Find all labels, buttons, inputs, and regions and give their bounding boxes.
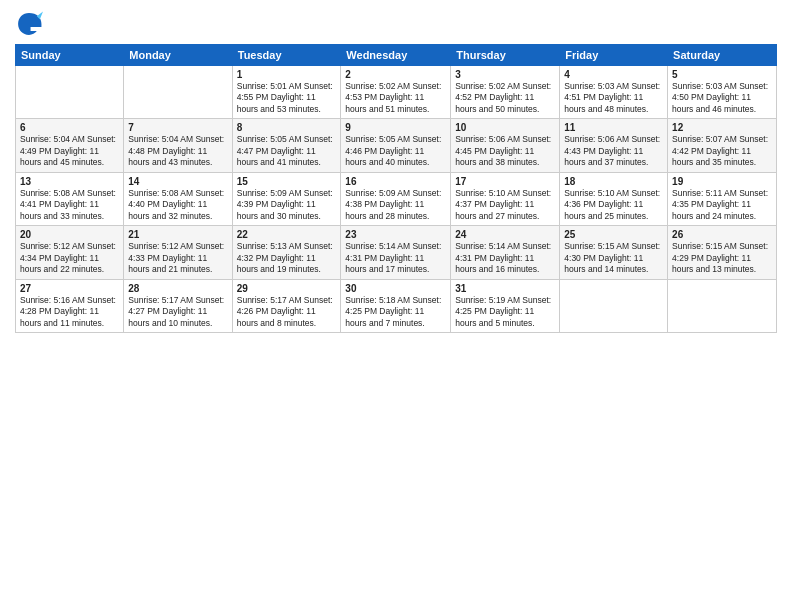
day-info: Sunrise: 5:05 AM Sunset: 4:46 PM Dayligh… — [345, 134, 446, 168]
day-info: Sunrise: 5:10 AM Sunset: 4:37 PM Dayligh… — [455, 188, 555, 222]
calendar-cell: 16Sunrise: 5:09 AM Sunset: 4:38 PM Dayli… — [341, 172, 451, 225]
day-number: 4 — [564, 69, 663, 80]
day-header-wednesday: Wednesday — [341, 45, 451, 66]
calendar-cell: 23Sunrise: 5:14 AM Sunset: 4:31 PM Dayli… — [341, 226, 451, 279]
day-info: Sunrise: 5:05 AM Sunset: 4:47 PM Dayligh… — [237, 134, 337, 168]
day-number: 7 — [128, 122, 227, 133]
day-number: 2 — [345, 69, 446, 80]
calendar-cell: 4Sunrise: 5:03 AM Sunset: 4:51 PM Daylig… — [560, 66, 668, 119]
day-info: Sunrise: 5:09 AM Sunset: 4:39 PM Dayligh… — [237, 188, 337, 222]
day-number: 13 — [20, 176, 119, 187]
day-number: 17 — [455, 176, 555, 187]
calendar-header: SundayMondayTuesdayWednesdayThursdayFrid… — [16, 45, 777, 66]
day-header-tuesday: Tuesday — [232, 45, 341, 66]
calendar-cell: 26Sunrise: 5:15 AM Sunset: 4:29 PM Dayli… — [668, 226, 777, 279]
day-info: Sunrise: 5:18 AM Sunset: 4:25 PM Dayligh… — [345, 295, 446, 329]
day-info: Sunrise: 5:10 AM Sunset: 4:36 PM Dayligh… — [564, 188, 663, 222]
calendar-cell: 30Sunrise: 5:18 AM Sunset: 4:25 PM Dayli… — [341, 279, 451, 332]
calendar-cell: 9Sunrise: 5:05 AM Sunset: 4:46 PM Daylig… — [341, 119, 451, 172]
calendar-cell: 13Sunrise: 5:08 AM Sunset: 4:41 PM Dayli… — [16, 172, 124, 225]
day-info: Sunrise: 5:13 AM Sunset: 4:32 PM Dayligh… — [237, 241, 337, 275]
day-number: 23 — [345, 229, 446, 240]
day-info: Sunrise: 5:04 AM Sunset: 4:48 PM Dayligh… — [128, 134, 227, 168]
day-number: 3 — [455, 69, 555, 80]
day-number: 8 — [237, 122, 337, 133]
day-info: Sunrise: 5:09 AM Sunset: 4:38 PM Dayligh… — [345, 188, 446, 222]
day-header-friday: Friday — [560, 45, 668, 66]
day-number: 22 — [237, 229, 337, 240]
calendar-cell: 28Sunrise: 5:17 AM Sunset: 4:27 PM Dayli… — [124, 279, 232, 332]
day-info: Sunrise: 5:15 AM Sunset: 4:30 PM Dayligh… — [564, 241, 663, 275]
calendar-cell: 1Sunrise: 5:01 AM Sunset: 4:55 PM Daylig… — [232, 66, 341, 119]
calendar-cell: 8Sunrise: 5:05 AM Sunset: 4:47 PM Daylig… — [232, 119, 341, 172]
calendar: SundayMondayTuesdayWednesdayThursdayFrid… — [15, 44, 777, 333]
day-info: Sunrise: 5:17 AM Sunset: 4:26 PM Dayligh… — [237, 295, 337, 329]
day-number: 18 — [564, 176, 663, 187]
calendar-cell: 20Sunrise: 5:12 AM Sunset: 4:34 PM Dayli… — [16, 226, 124, 279]
day-header-saturday: Saturday — [668, 45, 777, 66]
day-number: 19 — [672, 176, 772, 187]
calendar-cell: 18Sunrise: 5:10 AM Sunset: 4:36 PM Dayli… — [560, 172, 668, 225]
day-info: Sunrise: 5:11 AM Sunset: 4:35 PM Dayligh… — [672, 188, 772, 222]
week-row-2: 6Sunrise: 5:04 AM Sunset: 4:49 PM Daylig… — [16, 119, 777, 172]
day-header-monday: Monday — [124, 45, 232, 66]
logo-icon — [15, 10, 43, 38]
day-info: Sunrise: 5:06 AM Sunset: 4:45 PM Dayligh… — [455, 134, 555, 168]
calendar-cell: 7Sunrise: 5:04 AM Sunset: 4:48 PM Daylig… — [124, 119, 232, 172]
calendar-cell: 25Sunrise: 5:15 AM Sunset: 4:30 PM Dayli… — [560, 226, 668, 279]
calendar-cell: 6Sunrise: 5:04 AM Sunset: 4:49 PM Daylig… — [16, 119, 124, 172]
day-number: 12 — [672, 122, 772, 133]
day-header-thursday: Thursday — [451, 45, 560, 66]
calendar-cell: 2Sunrise: 5:02 AM Sunset: 4:53 PM Daylig… — [341, 66, 451, 119]
week-row-5: 27Sunrise: 5:16 AM Sunset: 4:28 PM Dayli… — [16, 279, 777, 332]
day-number: 16 — [345, 176, 446, 187]
calendar-cell: 21Sunrise: 5:12 AM Sunset: 4:33 PM Dayli… — [124, 226, 232, 279]
day-number: 28 — [128, 283, 227, 294]
day-info: Sunrise: 5:03 AM Sunset: 4:50 PM Dayligh… — [672, 81, 772, 115]
day-info: Sunrise: 5:12 AM Sunset: 4:34 PM Dayligh… — [20, 241, 119, 275]
day-info: Sunrise: 5:16 AM Sunset: 4:28 PM Dayligh… — [20, 295, 119, 329]
calendar-cell — [124, 66, 232, 119]
day-info: Sunrise: 5:14 AM Sunset: 4:31 PM Dayligh… — [455, 241, 555, 275]
calendar-cell: 11Sunrise: 5:06 AM Sunset: 4:43 PM Dayli… — [560, 119, 668, 172]
day-number: 14 — [128, 176, 227, 187]
calendar-body: 1Sunrise: 5:01 AM Sunset: 4:55 PM Daylig… — [16, 66, 777, 333]
day-number: 24 — [455, 229, 555, 240]
day-number: 27 — [20, 283, 119, 294]
day-number: 15 — [237, 176, 337, 187]
calendar-cell: 29Sunrise: 5:17 AM Sunset: 4:26 PM Dayli… — [232, 279, 341, 332]
logo — [15, 10, 47, 38]
day-info: Sunrise: 5:02 AM Sunset: 4:52 PM Dayligh… — [455, 81, 555, 115]
calendar-cell: 17Sunrise: 5:10 AM Sunset: 4:37 PM Dayli… — [451, 172, 560, 225]
calendar-cell — [16, 66, 124, 119]
day-info: Sunrise: 5:12 AM Sunset: 4:33 PM Dayligh… — [128, 241, 227, 275]
day-number: 9 — [345, 122, 446, 133]
day-info: Sunrise: 5:08 AM Sunset: 4:41 PM Dayligh… — [20, 188, 119, 222]
day-number: 11 — [564, 122, 663, 133]
calendar-cell: 22Sunrise: 5:13 AM Sunset: 4:32 PM Dayli… — [232, 226, 341, 279]
calendar-cell: 12Sunrise: 5:07 AM Sunset: 4:42 PM Dayli… — [668, 119, 777, 172]
day-info: Sunrise: 5:01 AM Sunset: 4:55 PM Dayligh… — [237, 81, 337, 115]
day-info: Sunrise: 5:04 AM Sunset: 4:49 PM Dayligh… — [20, 134, 119, 168]
day-number: 29 — [237, 283, 337, 294]
day-number: 31 — [455, 283, 555, 294]
calendar-cell: 27Sunrise: 5:16 AM Sunset: 4:28 PM Dayli… — [16, 279, 124, 332]
calendar-cell: 31Sunrise: 5:19 AM Sunset: 4:25 PM Dayli… — [451, 279, 560, 332]
week-row-1: 1Sunrise: 5:01 AM Sunset: 4:55 PM Daylig… — [16, 66, 777, 119]
day-info: Sunrise: 5:14 AM Sunset: 4:31 PM Dayligh… — [345, 241, 446, 275]
day-info: Sunrise: 5:17 AM Sunset: 4:27 PM Dayligh… — [128, 295, 227, 329]
day-number: 10 — [455, 122, 555, 133]
page: SundayMondayTuesdayWednesdayThursdayFrid… — [0, 0, 792, 612]
calendar-cell: 5Sunrise: 5:03 AM Sunset: 4:50 PM Daylig… — [668, 66, 777, 119]
calendar-cell — [560, 279, 668, 332]
day-number: 25 — [564, 229, 663, 240]
calendar-cell: 19Sunrise: 5:11 AM Sunset: 4:35 PM Dayli… — [668, 172, 777, 225]
day-info: Sunrise: 5:02 AM Sunset: 4:53 PM Dayligh… — [345, 81, 446, 115]
day-info: Sunrise: 5:19 AM Sunset: 4:25 PM Dayligh… — [455, 295, 555, 329]
day-number: 21 — [128, 229, 227, 240]
day-info: Sunrise: 5:07 AM Sunset: 4:42 PM Dayligh… — [672, 134, 772, 168]
calendar-cell: 10Sunrise: 5:06 AM Sunset: 4:45 PM Dayli… — [451, 119, 560, 172]
calendar-cell: 15Sunrise: 5:09 AM Sunset: 4:39 PM Dayli… — [232, 172, 341, 225]
calendar-cell: 14Sunrise: 5:08 AM Sunset: 4:40 PM Dayli… — [124, 172, 232, 225]
day-number: 20 — [20, 229, 119, 240]
